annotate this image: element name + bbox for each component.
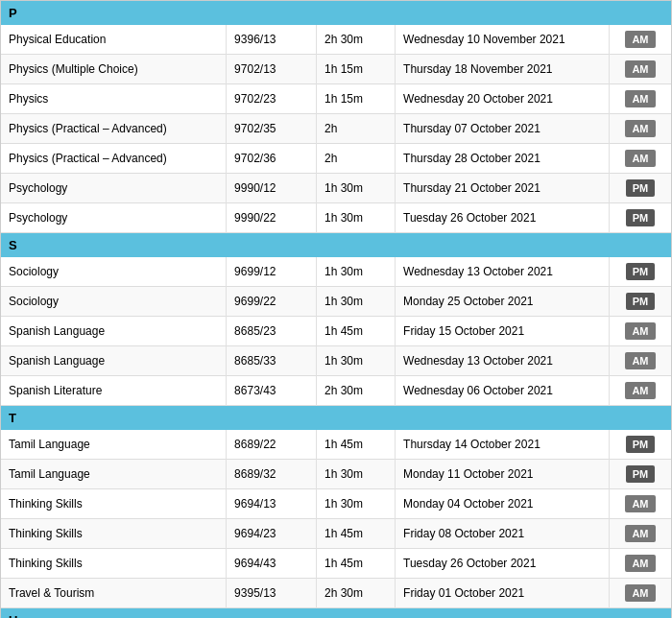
ampm-badge: AM: [625, 60, 655, 78]
subject-name: Tamil Language: [1, 460, 227, 489]
table-row: Thinking Skills9694/431h 45mTuesday 26 O…: [1, 549, 671, 579]
exam-time-of-day: AM: [609, 55, 671, 84]
subject-code: 9699/22: [227, 287, 317, 317]
table-row: Spanish Language8685/231h 45mFriday 15 O…: [1, 317, 671, 346]
ampm-badge: AM: [625, 150, 655, 167]
section-header-u: U: [1, 608, 671, 618]
exam-date: Wednesday 13 October 2021: [396, 346, 610, 376]
exam-time-of-day: AM: [609, 144, 671, 174]
exam-date: Wednesday 06 October 2021: [396, 376, 610, 406]
exam-date: Wednesday 20 October 2021: [396, 84, 610, 114]
exam-time-of-day: PM: [609, 203, 671, 233]
exam-time-of-day: PM: [609, 287, 671, 317]
subject-code: 9702/23: [227, 84, 317, 114]
ampm-badge: PM: [626, 209, 656, 226]
ampm-badge: PM: [626, 465, 656, 483]
exam-date: Wednesday 13 October 2021: [396, 257, 610, 287]
exam-duration: 1h 15m: [316, 84, 395, 114]
subject-code: 9702/13: [227, 55, 317, 84]
exam-time-of-day: AM: [609, 519, 671, 549]
exam-time-of-day: AM: [609, 549, 671, 579]
exam-date: Thursday 07 October 2021: [396, 114, 610, 144]
subject-name: Thinking Skills: [1, 519, 227, 549]
exam-date: Monday 04 October 2021: [396, 489, 610, 519]
exam-time-of-day: PM: [609, 174, 671, 203]
subject-name: Physics: [1, 84, 227, 114]
exam-time-of-day: PM: [609, 257, 671, 287]
subject-code: 8689/32: [227, 460, 317, 489]
ampm-badge: AM: [625, 525, 655, 542]
table-row: Physics9702/231h 15mWednesday 20 October…: [1, 84, 671, 114]
exam-duration: 2h: [316, 144, 395, 174]
exam-duration: 1h 30m: [316, 460, 395, 489]
subject-name: Physical Education: [1, 25, 227, 55]
ampm-badge: AM: [625, 90, 655, 107]
table-row: Tamil Language8689/321h 30mMonday 11 Oct…: [1, 460, 671, 489]
exam-time-of-day: AM: [609, 84, 671, 114]
table-row: Tamil Language8689/221h 45mThursday 14 O…: [1, 430, 671, 460]
subject-name: Sociology: [1, 257, 227, 287]
exam-duration: 1h 45m: [316, 519, 395, 549]
subject-name: Sociology: [1, 287, 227, 317]
section-table-t: Tamil Language8689/221h 45mThursday 14 O…: [1, 430, 671, 608]
exam-duration: 1h 30m: [316, 174, 395, 203]
subject-code: 9395/13: [227, 579, 317, 608]
subject-code: 9702/35: [227, 114, 317, 144]
exam-date: Friday 08 October 2021: [396, 519, 610, 549]
subject-code: 9396/13: [227, 25, 317, 55]
exam-date: Thursday 14 October 2021: [396, 430, 610, 460]
subject-code: 8673/43: [227, 376, 317, 406]
exam-duration: 1h 30m: [316, 489, 395, 519]
subject-name: Physics (Practical – Advanced): [1, 144, 227, 174]
ampm-badge: AM: [625, 495, 655, 512]
ampm-badge: AM: [625, 555, 655, 572]
exam-time-of-day: AM: [609, 489, 671, 519]
subject-name: Psychology: [1, 203, 227, 233]
table-row: Travel & Tourism9395/132h 30mFriday 01 O…: [1, 579, 671, 608]
table-row: Physical Education9396/132h 30mWednesday…: [1, 25, 671, 55]
exam-duration: 1h 30m: [316, 346, 395, 376]
table-row: Psychology9990/221h 30mTuesday 26 Octobe…: [1, 203, 671, 233]
subject-code: 9694/43: [227, 549, 317, 579]
table-row: Spanish Literature8673/432h 30mWednesday…: [1, 376, 671, 406]
table-row: Physics (Multiple Choice)9702/131h 15mTh…: [1, 55, 671, 84]
subject-name: Spanish Literature: [1, 376, 227, 406]
exam-duration: 2h 30m: [316, 579, 395, 608]
ampm-badge: AM: [625, 382, 655, 399]
subject-name: Thinking Skills: [1, 549, 227, 579]
subject-name: Spanish Language: [1, 317, 227, 346]
subject-code: 9990/12: [227, 174, 317, 203]
subject-name: Thinking Skills: [1, 489, 227, 519]
ampm-badge: AM: [625, 352, 655, 369]
exam-time-of-day: PM: [609, 460, 671, 489]
ampm-badge: PM: [626, 293, 656, 310]
exam-duration: 1h 30m: [316, 287, 395, 317]
table-row: Spanish Language8685/331h 30mWednesday 1…: [1, 346, 671, 376]
section-header-s: S: [1, 233, 671, 257]
subject-code: 8689/22: [227, 430, 317, 460]
table-row: Sociology9699/221h 30mMonday 25 October …: [1, 287, 671, 317]
table-row: Psychology9990/121h 30mThursday 21 Octob…: [1, 174, 671, 203]
subject-code: 9694/23: [227, 519, 317, 549]
table-row: Thinking Skills9694/131h 30mMonday 04 Oc…: [1, 489, 671, 519]
exam-duration: 2h 30m: [316, 376, 395, 406]
exam-time-of-day: AM: [609, 114, 671, 144]
table-row: Sociology9699/121h 30mWednesday 13 Octob…: [1, 257, 671, 287]
main-table: PPhysical Education9396/132h 30mWednesda…: [0, 0, 672, 618]
exam-date: Monday 11 October 2021: [396, 460, 610, 489]
ampm-badge: AM: [625, 120, 655, 137]
section-table-s: Sociology9699/121h 30mWednesday 13 Octob…: [1, 257, 671, 406]
exam-duration: 1h 30m: [316, 203, 395, 233]
exam-duration: 1h 15m: [316, 55, 395, 84]
exam-date: Wednesday 10 November 2021: [396, 25, 610, 55]
ampm-badge: AM: [625, 322, 655, 340]
exam-duration: 2h: [316, 114, 395, 144]
exam-date: Monday 25 October 2021: [396, 287, 610, 317]
exam-date: Thursday 28 October 2021: [396, 144, 610, 174]
exam-duration: 2h 30m: [316, 25, 395, 55]
exam-time-of-day: AM: [609, 376, 671, 406]
exam-duration: 1h 45m: [316, 317, 395, 346]
ampm-badge: PM: [626, 436, 656, 453]
subject-code: 9694/13: [227, 489, 317, 519]
exam-date: Tuesday 26 October 2021: [396, 549, 610, 579]
